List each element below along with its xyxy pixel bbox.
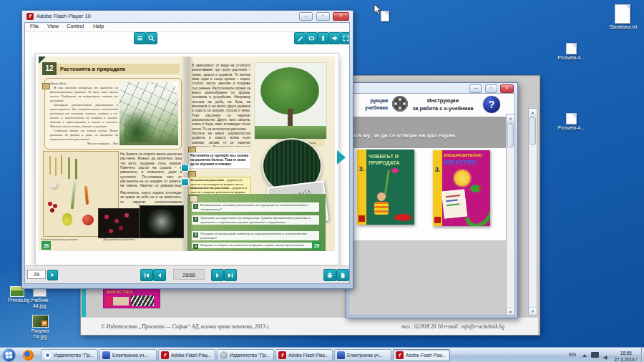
scribble	[446, 200, 457, 202]
cover-spine-band	[357, 150, 366, 225]
bookmark-tool-button[interactable]	[317, 32, 329, 44]
page-counter: 28/68	[173, 269, 205, 280]
help-icon[interactable]: ?	[482, 95, 501, 114]
key-idea-box: Растенията се групират въз основа на раз…	[188, 152, 251, 169]
taskbar-item-izdatelstvo-2[interactable]: Издателство "Пр...	[217, 349, 274, 361]
instructions-scrollbar[interactable]: ▲ ▼	[506, 114, 515, 315]
first-page-button[interactable]	[140, 269, 153, 281]
draw-tool-button[interactable]	[294, 32, 306, 44]
show-desktop-button[interactable]	[641, 348, 644, 362]
desktop-icon-label: Prosveta-4...	[551, 125, 591, 131]
flash-client: File View Control Help	[24, 22, 350, 284]
pear	[62, 213, 72, 226]
cover-chovekat-i-prirodata[interactable]: 3. ЧОВЕКЪТ И ПРИРОДАТА	[357, 150, 414, 225]
scroll-down-arrow[interactable]: ▼	[507, 308, 514, 315]
sound-button[interactable]	[328, 32, 341, 44]
taskbar-item-flash-1[interactable]: f Adobe Flash Play...	[158, 349, 215, 361]
garlic	[49, 182, 59, 190]
blue-app-icon	[102, 351, 110, 359]
maximize-button[interactable]: ▫	[485, 84, 497, 93]
scroll-thumb[interactable]	[507, 123, 514, 147]
firefox-icon[interactable]	[23, 350, 34, 361]
scroll-thumb[interactable]	[530, 117, 536, 145]
page-icon	[339, 272, 346, 279]
taskbar-item-elektronna-2[interactable]: Електронна уч...	[334, 349, 391, 361]
herbs	[68, 157, 70, 179]
grade-label: 3.	[434, 166, 441, 173]
header-left-tab[interactable]: рукции учебника	[348, 97, 388, 112]
volume-icon[interactable]	[602, 351, 610, 362]
start-button[interactable]	[2, 348, 16, 362]
scroll-up-arrow[interactable]: ▲	[530, 109, 536, 117]
prev-page-button[interactable]	[153, 269, 166, 281]
eraser-tool-button[interactable]	[306, 32, 318, 44]
cover-art-drawing	[441, 189, 467, 218]
network-icon[interactable]	[591, 352, 599, 358]
minimize-button[interactable]: –	[469, 84, 482, 93]
tray-date: 27.3.2014 г.	[612, 356, 640, 362]
prev-page-icon	[156, 272, 163, 279]
hidden-icons-arrow[interactable]	[582, 354, 587, 357]
scroll-down-arrow[interactable]: ▼	[530, 307, 536, 315]
menu-help[interactable]: Help	[93, 23, 104, 29]
fullscreen-button[interactable]	[340, 32, 350, 44]
library-scrollbar[interactable]: ▲ ▼	[528, 108, 537, 315]
lesson-text-right: В зависимост от вида на стъблото различа…	[190, 62, 252, 147]
question-row: 1 В зависимост от какво растенията се гр…	[192, 202, 319, 212]
page-number-left: 28	[42, 241, 51, 250]
print-button[interactable]	[323, 269, 336, 281]
close-button[interactable]: ×	[500, 84, 514, 93]
next-page-arrow[interactable]	[337, 150, 346, 165]
page-task-button-2[interactable]	[181, 178, 189, 186]
language-indicator[interactable]: EN	[569, 352, 576, 357]
maximize-button[interactable]: ▫	[316, 12, 330, 21]
first-page-icon	[143, 272, 150, 279]
speaker-icon	[331, 34, 338, 42]
clock[interactable]: 18:55 27.3.2014 г.	[612, 350, 640, 362]
book-page-left[interactable]: 12 Растенията в природата Драги Дени, И …	[39, 57, 186, 251]
minimize-button[interactable]: –	[299, 12, 313, 21]
question-row: 4 Направи си сбирка от различни по форма…	[192, 243, 319, 248]
instructions-header: рукции учебника Инструкции за работа с е…	[349, 94, 514, 117]
question-row: 2 Припомни си наученото от втори клас. С…	[192, 215, 319, 225]
toc-list-button[interactable]	[134, 32, 146, 44]
book-spread: 12 Растенията в природата Драги Дени, И …	[35, 53, 339, 265]
taskbar-item-flash-active[interactable]: f Adobe Flash Play...	[393, 349, 450, 361]
page-task-button-1[interactable]	[181, 164, 189, 172]
header-right-tab[interactable]: Инструкции за работа с е-учебника	[406, 97, 479, 113]
carrot	[84, 186, 89, 205]
scroll-up-arrow[interactable]: ▲	[507, 114, 514, 122]
export-page-button[interactable]	[336, 269, 349, 281]
last-page-button[interactable]	[224, 269, 237, 281]
window-title: Adobe Flash Player 10	[36, 13, 91, 19]
taskbar-item-flash-2[interactable]: f Adobe Flash Play...	[275, 349, 333, 361]
book-page-right[interactable]: В зависимост от вида на стъблото различа…	[187, 57, 335, 251]
close-button[interactable]: ×	[333, 12, 349, 21]
taskbar: Издателство "Пр... Електронна уч... f Ad…	[0, 347, 644, 362]
cover-izobrazitelno-izkustvo[interactable]: 3. ИЗОБРАЗИТЕЛНО ИЗКУСТВО	[433, 150, 490, 226]
cover-art-shape	[107, 296, 111, 306]
menu-control[interactable]: Control	[67, 23, 84, 29]
taskbar-item-label: Издателство "Пр...	[54, 353, 94, 358]
taskbar-item-label: Издателство "Пр...	[230, 353, 270, 358]
film-reel-icon	[392, 96, 408, 112]
cover-art-child-shirt	[374, 202, 389, 215]
next-page-button[interactable]	[211, 269, 224, 281]
fullscreen-icon	[342, 34, 350, 42]
goto-page-input[interactable]	[27, 270, 46, 279]
taskbar-item-elektronna-1[interactable]: Електронна уч...	[99, 349, 157, 361]
flowers	[104, 215, 109, 219]
question-number: 1	[193, 204, 198, 209]
search-button[interactable]	[145, 32, 157, 44]
menu-file[interactable]: File	[30, 23, 39, 29]
lesson-text-left-2: Растенията, които хората отглеждат за хр…	[120, 191, 182, 205]
blue-app-icon	[337, 351, 345, 359]
windows-flag-icon	[6, 352, 13, 359]
cover-art-child-head	[377, 192, 386, 201]
goto-page-button[interactable]	[47, 270, 58, 280]
menu-view[interactable]: View	[47, 23, 59, 29]
cover-art-shape	[131, 295, 154, 306]
taskbar-item-izdatelstvo-1[interactable]: Издателство "Пр...	[41, 349, 98, 361]
caption-decorative-plants: Декоративни растения	[103, 238, 153, 241]
question-text: В зависимост от какво растенията се груп…	[200, 203, 318, 211]
